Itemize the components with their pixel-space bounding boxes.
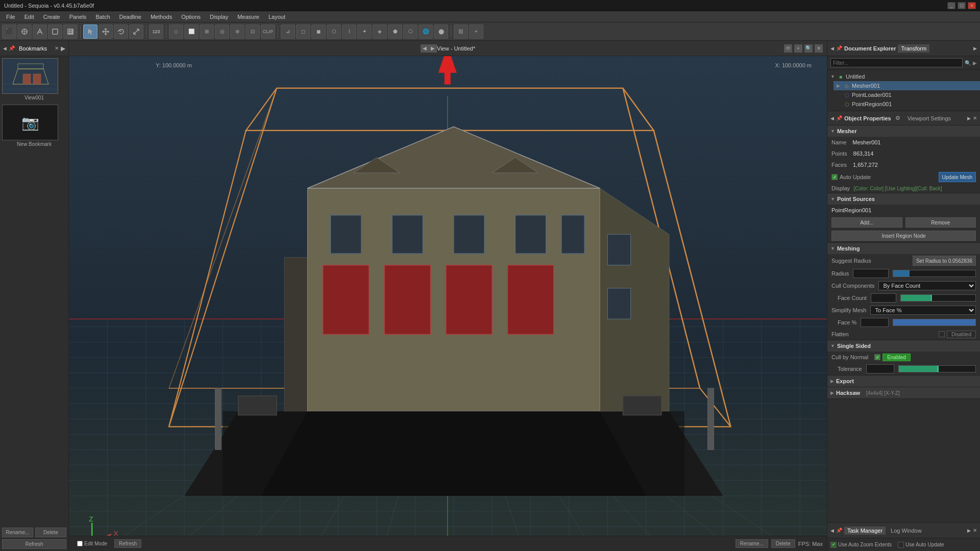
- sidebar-pin-icon[interactable]: 📌: [9, 45, 15, 51]
- toolbar-btn-2[interactable]: [17, 24, 32, 39]
- menu-panels[interactable]: Panels: [65, 13, 91, 21]
- toolbar-face-btn[interactable]: ⬟: [388, 24, 402, 39]
- taskbar-pin-icon[interactable]: 📌: [836, 528, 842, 533]
- simplify-mesh-select[interactable]: To Face %: [870, 306, 976, 315]
- edit-mode-checkbox[interactable]: Edit Mode: [73, 540, 111, 547]
- hacksaw-section-header[interactable]: ▶ Hacksaw [4x4x4] [X-Y-Z]: [827, 387, 980, 398]
- minimize-button[interactable]: _: [947, 2, 955, 9]
- viewport-zoom-btn[interactable]: 🔍: [804, 44, 813, 53]
- toolbar-uv-btn[interactable]: ⎔: [403, 24, 418, 39]
- single-sided-header[interactable]: ▼ Single Sided: [827, 340, 980, 352]
- task-manager-tab[interactable]: Task Manager: [844, 527, 886, 535]
- properties-close-icon[interactable]: ✕: [973, 115, 977, 121]
- auto-update-checkbox[interactable]: ✓: [831, 174, 838, 180]
- bookmarks-tab[interactable]: Bookmarks: [17, 44, 49, 53]
- menu-batch[interactable]: Batch: [91, 13, 114, 21]
- viewport-settings-tab[interactable]: Viewport Settings: [904, 114, 954, 122]
- toolbar-num-btn[interactable]: 123: [149, 24, 163, 39]
- radius-slider[interactable]: [893, 270, 976, 277]
- toolbar-v5[interactable]: ⊛: [230, 24, 244, 39]
- meshing-section-header[interactable]: ▼ Meshing: [827, 243, 980, 254]
- toolbar-btn-3[interactable]: [33, 24, 47, 39]
- menu-edit[interactable]: Edit: [20, 13, 38, 21]
- flatten-checkbox[interactable]: [939, 331, 945, 337]
- toolbar-wire-btn[interactable]: ◻: [296, 24, 310, 39]
- toolbar-mesh-btn[interactable]: ⊿: [281, 24, 295, 39]
- filter-input[interactable]: [830, 58, 963, 67]
- insert-region-btn[interactable]: Insert Region Node: [831, 231, 976, 241]
- export-section-header[interactable]: ▶ Export: [827, 375, 980, 387]
- radius-input[interactable]: 0.056284: [853, 269, 889, 278]
- menu-file[interactable]: File: [2, 13, 19, 21]
- taskbar-collapse-icon[interactable]: ◀: [830, 528, 834, 533]
- auto-zoom-checkbox[interactable]: ✓ Use Auto Zoom Extents: [830, 542, 892, 548]
- toolbar-v1[interactable]: ◇: [169, 24, 183, 39]
- toolbar-v2[interactable]: ⬜: [184, 24, 199, 39]
- face-pct-slider[interactable]: [893, 319, 976, 326]
- menu-layout[interactable]: Layout: [264, 13, 289, 21]
- filter-extra-btn[interactable]: ▶: [973, 60, 977, 66]
- viewport-close-btn[interactable]: ✕: [815, 44, 823, 53]
- sidebar-add-icon[interactable]: ▶: [61, 45, 65, 52]
- toolbar-extra-btn[interactable]: +: [469, 24, 483, 39]
- properties-gear-icon[interactable]: ⚙: [895, 115, 900, 121]
- panel-collapse-icon[interactable]: ◀: [830, 46, 834, 51]
- toolbar-btn-5[interactable]: [63, 24, 78, 39]
- toolbar-v4[interactable]: ◎: [215, 24, 229, 39]
- menu-options[interactable]: Options: [177, 13, 205, 21]
- toolbar-rotate-btn[interactable]: [114, 24, 128, 39]
- tolerance-input[interactable]: 50.000: [866, 364, 894, 373]
- viewport-add2-btn[interactable]: +: [794, 44, 802, 53]
- tree-root[interactable]: ▼ ■ Untitled: [827, 72, 980, 81]
- tree-mesher[interactable]: ▶ ◇ Mesher001: [834, 81, 980, 90]
- refresh-button[interactable]: Refresh: [2, 539, 66, 549]
- sidebar-close-icon[interactable]: ✕: [55, 45, 59, 51]
- viewport[interactable]: X Z Y Y: 100.0000 m X: 100.0000 m: [69, 56, 827, 536]
- toolbar-color-btn[interactable]: 🌐: [419, 24, 433, 39]
- properties-pin-icon[interactable]: 📌: [836, 115, 842, 121]
- remove-source-btn[interactable]: Remove: [905, 217, 976, 228]
- viewport-delete-btn[interactable]: Delete: [771, 539, 795, 548]
- bookmark-item-view001[interactable]: View001: [2, 58, 66, 101]
- viewport-add-btn[interactable]: ▶: [429, 44, 437, 53]
- auto-update-check[interactable]: Use Auto Update: [898, 542, 944, 548]
- transform-tab[interactable]: Transform: [898, 44, 929, 53]
- add-source-btn[interactable]: Add...: [831, 217, 902, 228]
- toolbar-clip-btn[interactable]: CLIP: [261, 24, 275, 39]
- tree-pointregion[interactable]: ⬡ PointRegion001: [834, 99, 980, 109]
- toolbar-vert-btn[interactable]: ✦: [357, 24, 372, 39]
- viewport-refresh-btn[interactable]: ⟳: [784, 44, 792, 53]
- delete-button[interactable]: Delete: [35, 528, 66, 537]
- close-button[interactable]: ×: [968, 2, 976, 9]
- toolbar-select-btn[interactable]: [83, 24, 97, 39]
- toolbar-v3[interactable]: ⊞: [200, 24, 214, 39]
- panel-pin-icon[interactable]: 📌: [836, 45, 842, 51]
- rename-button[interactable]: Rename...: [2, 528, 33, 537]
- mesher-section-header[interactable]: ▼ Mesher: [827, 126, 980, 137]
- properties-collapse-icon[interactable]: ◀: [830, 116, 834, 121]
- toolbar-move-btn[interactable]: [99, 24, 113, 39]
- tolerance-slider[interactable]: [898, 365, 976, 372]
- toolbar-edge-btn[interactable]: ◈: [373, 24, 387, 39]
- toolbar-shade-btn[interactable]: ◼: [311, 24, 326, 39]
- panel-expand-icon[interactable]: ▶: [973, 46, 977, 51]
- menu-methods[interactable]: Methods: [146, 13, 176, 21]
- face-pct-input[interactable]: 100.000: [861, 318, 889, 327]
- properties-expand-icon[interactable]: ▶: [967, 116, 971, 121]
- toolbar-v6[interactable]: ⊡: [246, 24, 260, 39]
- menu-display[interactable]: Display: [206, 13, 232, 21]
- taskbar-expand-icon[interactable]: ▶: [967, 528, 971, 533]
- set-radius-btn[interactable]: Set Radius to 0.0562836: [913, 256, 976, 266]
- cull-components-select[interactable]: By Face Count: [878, 281, 976, 290]
- bookmark-item-new[interactable]: 📷 New Bookmark: [2, 105, 66, 147]
- taskbar-close-icon[interactable]: ✕: [973, 528, 977, 533]
- viewport-refresh-btn[interactable]: Refresh: [114, 539, 141, 548]
- point-sources-header[interactable]: ▼ Point Sources: [827, 193, 980, 205]
- menu-measure[interactable]: Measure: [233, 13, 263, 21]
- cull-normal-checkbox[interactable]: ✓: [874, 354, 880, 360]
- toolbar-btn-1[interactable]: ⬛: [2, 24, 16, 39]
- toolbar-btn-4[interactable]: [48, 24, 62, 39]
- face-count-slider[interactable]: [900, 294, 976, 302]
- menu-deadline[interactable]: Deadline: [115, 13, 145, 21]
- maximize-button[interactable]: □: [958, 2, 966, 9]
